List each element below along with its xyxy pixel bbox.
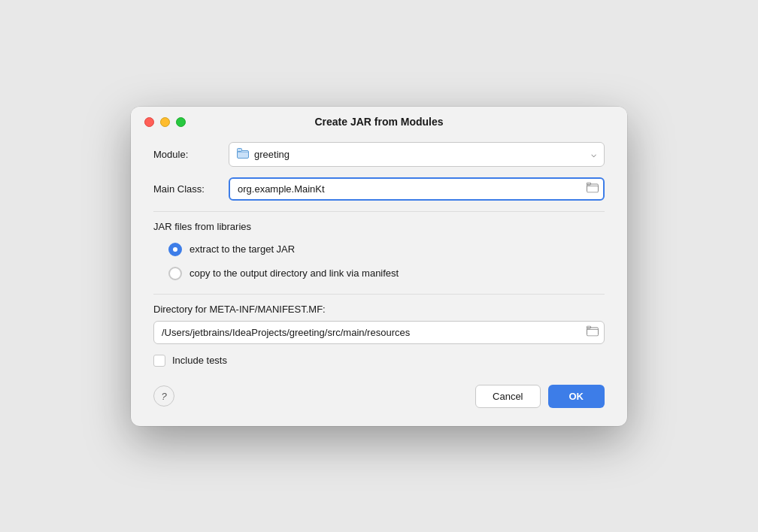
ok-button[interactable]: OK xyxy=(548,385,605,408)
radio-extract-label: extract to the target JAR xyxy=(190,243,295,255)
manifest-browse-button[interactable] xyxy=(585,325,600,340)
title-bar: Create JAR from Modules xyxy=(131,107,627,135)
main-class-row: Main Class: xyxy=(153,177,605,201)
footer-buttons: Cancel OK xyxy=(475,385,605,408)
include-tests-label: Include tests xyxy=(172,355,227,366)
include-tests-checkbox[interactable] xyxy=(153,355,165,367)
manifest-path-input[interactable] xyxy=(153,321,605,344)
manifest-label: Directory for META-INF/MANIFEST.MF: xyxy=(153,304,605,315)
dialog-body: Module: greeting ⌵ Main Class: xyxy=(131,135,627,426)
radio-extract-button[interactable] xyxy=(168,243,182,256)
footer: ? Cancel OK xyxy=(153,382,605,411)
svg-rect-4 xyxy=(587,328,599,336)
cancel-button[interactable]: Cancel xyxy=(475,385,540,408)
main-class-browse-button[interactable] xyxy=(585,181,600,197)
manifest-input-wrapper xyxy=(153,321,605,344)
main-class-input-wrapper xyxy=(229,177,605,201)
chevron-down-icon: ⌵ xyxy=(591,149,596,159)
jar-section-label: JAR files from libraries xyxy=(153,221,605,232)
main-class-input[interactable] xyxy=(229,177,605,201)
module-label: Module: xyxy=(153,149,229,160)
radio-option-extract[interactable]: extract to the target JAR xyxy=(168,243,605,256)
dialog-title: Create JAR from Modules xyxy=(314,116,443,128)
module-select[interactable]: greeting ⌵ xyxy=(229,142,605,167)
divider-1 xyxy=(153,211,605,212)
radio-group: extract to the target JAR copy to the ou… xyxy=(168,243,605,280)
divider-2 xyxy=(153,294,605,295)
minimize-button[interactable] xyxy=(160,117,170,127)
include-tests-row: Include tests xyxy=(153,355,605,367)
help-button[interactable]: ? xyxy=(153,385,174,407)
radio-copy-button[interactable] xyxy=(168,267,182,280)
manifest-section: Directory for META-INF/MANIFEST.MF: xyxy=(153,304,605,344)
module-folder-icon xyxy=(237,148,249,161)
dialog-window: Create JAR from Modules Module: greeting… xyxy=(131,107,627,426)
svg-rect-2 xyxy=(587,184,599,192)
module-select-wrapper: greeting ⌵ xyxy=(229,142,605,167)
traffic-lights xyxy=(144,117,186,127)
module-row: Module: greeting ⌵ xyxy=(153,142,605,167)
radio-option-copy[interactable]: copy to the output directory and link vi… xyxy=(168,267,605,280)
svg-rect-1 xyxy=(238,148,242,151)
module-value: greeting xyxy=(254,149,290,160)
radio-copy-label: copy to the output directory and link vi… xyxy=(190,268,399,279)
maximize-button[interactable] xyxy=(176,117,186,127)
close-button[interactable] xyxy=(144,117,154,127)
main-class-label: Main Class: xyxy=(153,183,229,195)
help-icon: ? xyxy=(161,391,166,402)
